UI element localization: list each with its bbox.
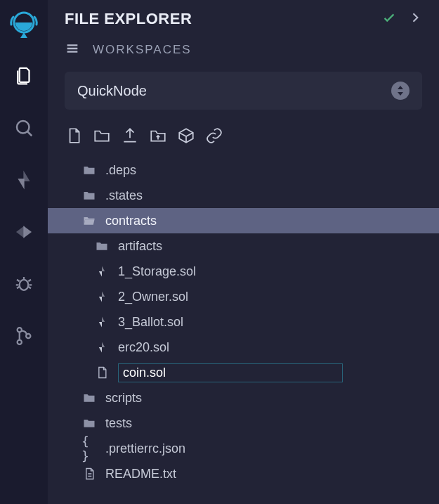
tree-label: 3_Ballot.sol <box>118 315 183 330</box>
solidity-file-icon <box>94 264 110 278</box>
explorer-activity-icon[interactable] <box>7 59 41 93</box>
file-tree: .deps .states contracts artifacts 1_Stor… <box>48 157 439 486</box>
svg-point-1 <box>17 121 30 134</box>
tree-label: .prettierrc.json <box>105 441 185 456</box>
folder-artifacts[interactable]: artifacts <box>48 233 439 259</box>
solidity-file-icon <box>94 315 110 329</box>
activity-bar <box>0 0 48 504</box>
folder-deps[interactable]: .deps <box>48 157 439 183</box>
check-icon[interactable] <box>381 10 397 28</box>
tree-label: 2_Owner.sol <box>118 290 188 304</box>
new-folder-icon[interactable] <box>93 127 111 148</box>
json-file-icon: { } <box>81 434 97 463</box>
folder-scripts[interactable]: scripts <box>48 385 439 411</box>
tree-label: scripts <box>105 391 142 406</box>
debug-activity-icon[interactable] <box>7 267 41 301</box>
chevron-right-icon[interactable] <box>408 11 422 27</box>
tree-label: tests <box>105 416 132 431</box>
tree-label: README.txt <box>105 467 176 482</box>
hamburger-icon[interactable] <box>65 41 80 59</box>
solidity-file-icon <box>94 290 110 304</box>
new-file-name-input[interactable] <box>118 363 343 382</box>
tree-label: .states <box>105 188 143 203</box>
file-storage[interactable]: 1_Storage.sol <box>48 259 439 284</box>
file-icon <box>94 366 110 380</box>
new-file-row[interactable] <box>48 360 439 385</box>
panel-title: FILE EXPLORER <box>65 10 374 28</box>
upload-icon[interactable] <box>121 127 139 148</box>
file-explorer-panel: FILE EXPLORER WORKSPACES QuickNode <box>48 0 439 504</box>
tree-label: .deps <box>105 163 136 178</box>
file-icon <box>81 467 97 481</box>
folder-icon <box>81 391 97 405</box>
folder-icon <box>81 188 97 202</box>
file-owner[interactable]: 2_Owner.sol <box>48 284 439 309</box>
folder-tests[interactable]: tests <box>48 411 439 436</box>
workspaces-label: WORKSPACES <box>93 43 192 57</box>
folder-icon <box>81 416 97 430</box>
workspace-selector[interactable]: QuickNode <box>65 72 422 110</box>
package-icon[interactable] <box>177 127 195 148</box>
svg-point-4 <box>18 340 22 344</box>
folder-icon <box>94 239 110 253</box>
tree-label: erc20.sol <box>118 340 169 355</box>
folder-open-icon <box>81 214 97 228</box>
folder-icon <box>81 163 97 177</box>
tree-label: artifacts <box>118 239 162 254</box>
link-icon[interactable] <box>205 127 223 148</box>
app-logo-icon[interactable] <box>7 7 41 41</box>
svg-point-2 <box>20 280 29 290</box>
file-prettier[interactable]: { } .prettierrc.json <box>48 436 439 461</box>
file-ballot[interactable]: 3_Ballot.sol <box>48 309 439 335</box>
folder-states[interactable]: .states <box>48 183 439 208</box>
workspace-name: QuickNode <box>77 83 147 99</box>
file-toolbar <box>48 119 439 157</box>
file-readme[interactable]: README.txt <box>48 461 439 486</box>
new-file-icon[interactable] <box>65 127 83 148</box>
search-activity-icon[interactable] <box>7 111 41 145</box>
deploy-activity-icon[interactable] <box>7 215 41 249</box>
git-activity-icon[interactable] <box>7 319 41 353</box>
tree-label: 1_Storage.sol <box>118 264 196 279</box>
svg-point-3 <box>18 328 22 332</box>
upload-folder-icon[interactable] <box>149 127 167 148</box>
tree-label: contracts <box>105 214 157 228</box>
compile-activity-icon[interactable] <box>7 163 41 197</box>
file-erc20[interactable]: erc20.sol <box>48 335 439 360</box>
folder-contracts[interactable]: contracts <box>48 208 439 233</box>
solidity-file-icon <box>94 340 110 354</box>
updown-icon <box>391 82 409 100</box>
